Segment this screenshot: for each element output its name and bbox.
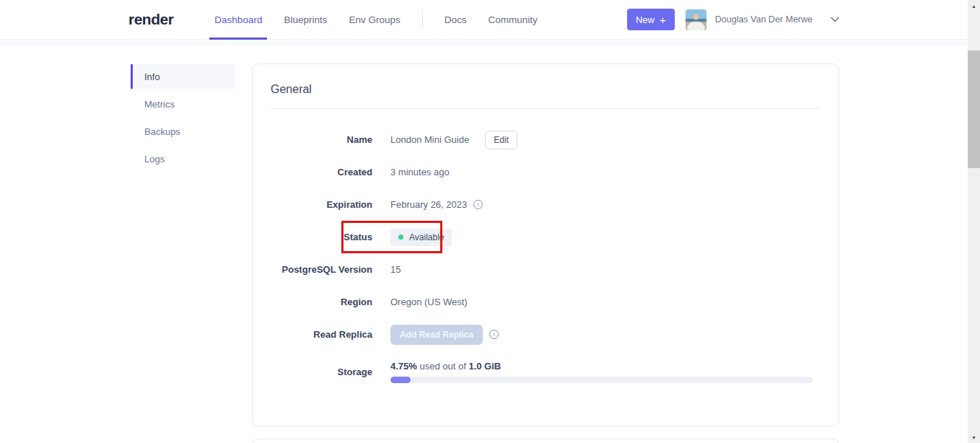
- status-label: Status: [271, 232, 372, 242]
- expiration-row: Expiration February 26, 2023 i: [271, 188, 821, 221]
- status-dot-icon: [398, 234, 403, 240]
- edit-name-button[interactable]: Edit: [485, 131, 517, 149]
- nav-env-groups[interactable]: Env Groups: [349, 0, 400, 39]
- storage-row: Storage 4.75% used out of 1.0 GiB: [271, 351, 821, 392]
- avatar[interactable]: [686, 9, 706, 30]
- created-label: Created: [271, 167, 372, 177]
- read-replica-info-icon[interactable]: i: [489, 330, 499, 339]
- created-value: 3 minutes ago: [390, 167, 450, 177]
- sidebar-item-backups[interactable]: Backups: [131, 119, 235, 144]
- sidebar-item-metrics[interactable]: Metrics: [131, 92, 235, 116]
- status-row: Status Available: [271, 221, 821, 253]
- name-row: Name London Mini Guide Edit: [271, 123, 821, 156]
- nav-community[interactable]: Community: [489, 0, 538, 39]
- storage-progress-fill: [390, 377, 411, 383]
- chevron-down-icon[interactable]: [831, 17, 839, 22]
- primary-nav: Dashboard Blueprints Env Groups Docs Com…: [214, 0, 537, 39]
- storage-progress-track: [390, 377, 813, 383]
- sidebar-item-logs[interactable]: Logs: [131, 146, 235, 171]
- nav-dashboard[interactable]: Dashboard: [214, 0, 262, 39]
- header-right: New + Douglas Van Der Merwe: [627, 0, 839, 39]
- app-logo[interactable]: render: [128, 0, 173, 39]
- region-row: Region Oregon (US West): [271, 286, 821, 318]
- sidebar-item-info[interactable]: Info: [131, 64, 235, 89]
- sidebar: Info Metrics Backups Logs: [131, 64, 235, 174]
- content-top-band: [0, 40, 968, 45]
- name-value: London Mini Guide: [390, 134, 469, 145]
- nav-blueprints[interactable]: Blueprints: [284, 0, 327, 39]
- plus-icon: +: [660, 14, 666, 25]
- add-read-replica-button[interactable]: Add Read Replica: [390, 325, 483, 345]
- sidebar-item-label: Metrics: [144, 99, 175, 110]
- version-label: PostgreSQL Version: [271, 264, 372, 275]
- expiration-value: February 26, 2023: [390, 199, 467, 210]
- status-badge: Available: [390, 229, 452, 246]
- sidebar-item-label: Info: [144, 71, 160, 82]
- read-replica-row: Read Replica Add Read Replica i: [271, 318, 821, 351]
- version-row: PostgreSQL Version 15: [271, 253, 821, 286]
- general-card: General Name London Mini Guide Edit Crea…: [252, 63, 839, 426]
- storage-used-pct: 4.75%: [390, 361, 417, 372]
- read-replica-label: Read Replica: [271, 329, 372, 340]
- scrollbar-thumb[interactable]: [968, 51, 980, 168]
- status-value: Available: [409, 232, 444, 242]
- scroll-down-icon[interactable]: ▼: [968, 431, 980, 443]
- general-rows: Name London Mini Guide Edit Created 3 mi…: [271, 109, 821, 392]
- next-card-partial: [252, 439, 839, 443]
- version-value: 15: [390, 264, 401, 275]
- sidebar-item-label: Backups: [144, 126, 180, 137]
- storage-total: 1.0 GiB: [468, 361, 501, 372]
- storage-usage-text: 4.75% used out of 1.0 GiB: [390, 361, 813, 372]
- user-name: Douglas Van Der Merwe: [715, 14, 813, 25]
- new-button-label: New: [636, 14, 655, 25]
- scroll-up-icon[interactable]: ▲: [968, 0, 980, 12]
- nav-docs[interactable]: Docs: [445, 0, 467, 39]
- region-value: Oregon (US West): [390, 297, 468, 307]
- top-nav: render Dashboard Blueprints Env Groups D…: [0, 0, 968, 40]
- storage-label: Storage: [271, 367, 372, 377]
- expiration-label: Expiration: [271, 199, 372, 210]
- page-scrollbar[interactable]: ▲ ▼: [968, 0, 980, 443]
- nav-divider: [422, 10, 423, 29]
- name-label: Name: [271, 134, 372, 145]
- expiration-info-icon[interactable]: i: [473, 200, 483, 209]
- region-label: Region: [271, 297, 372, 307]
- created-row: Created 3 minutes ago: [271, 156, 821, 188]
- card-title: General: [271, 64, 821, 96]
- new-button[interactable]: New +: [627, 9, 675, 30]
- sidebar-item-label: Logs: [144, 154, 165, 165]
